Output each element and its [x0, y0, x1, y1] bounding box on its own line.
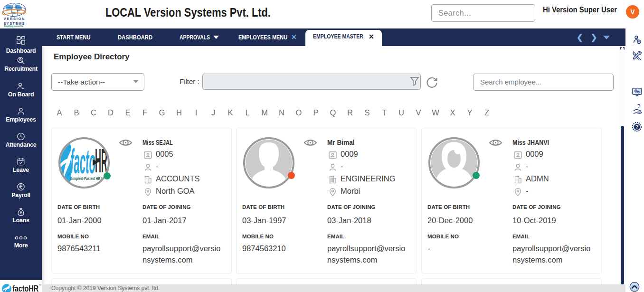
svg-text:TM: TM	[39, 283, 41, 286]
svg-text:?: ?	[635, 124, 639, 130]
svg-text:VERSION: VERSION	[4, 17, 25, 21]
svg-text:Simplifying Human Life: Simplifying Human Life	[4, 25, 23, 28]
svg-text:facto: facto	[70, 142, 95, 180]
svg-text:factoHR: factoHR	[12, 283, 38, 292]
